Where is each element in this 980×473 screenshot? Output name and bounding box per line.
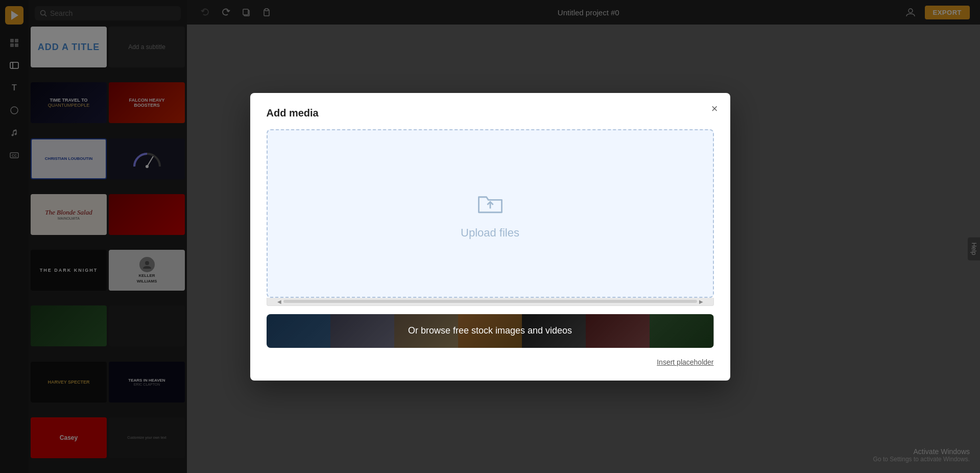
modal-close-button[interactable]: × [711, 103, 718, 114]
scroll-left-arrow[interactable]: ◀ [275, 299, 283, 304]
add-media-modal: Add media × Upload files ◀ ▶ [250, 93, 730, 381]
browse-stock-button[interactable]: Or browse free stock images and videos [267, 314, 714, 348]
scroll-bar[interactable] [283, 300, 697, 303]
modal-title: Add media [267, 107, 714, 119]
upload-icon [475, 187, 506, 220]
upload-area[interactable]: Upload files [267, 129, 714, 298]
browse-overlay: Or browse free stock images and videos [267, 314, 714, 348]
scroll-right-arrow[interactable]: ▶ [697, 299, 705, 304]
scroll-track: ◀ ▶ [267, 298, 714, 306]
modal-overlay[interactable]: Add media × Upload files ◀ ▶ [0, 0, 980, 473]
browse-stock-text: Or browse free stock images and videos [408, 325, 572, 336]
insert-placeholder-link[interactable]: Insert placeholder [267, 358, 714, 366]
upload-text: Upload files [461, 226, 519, 240]
